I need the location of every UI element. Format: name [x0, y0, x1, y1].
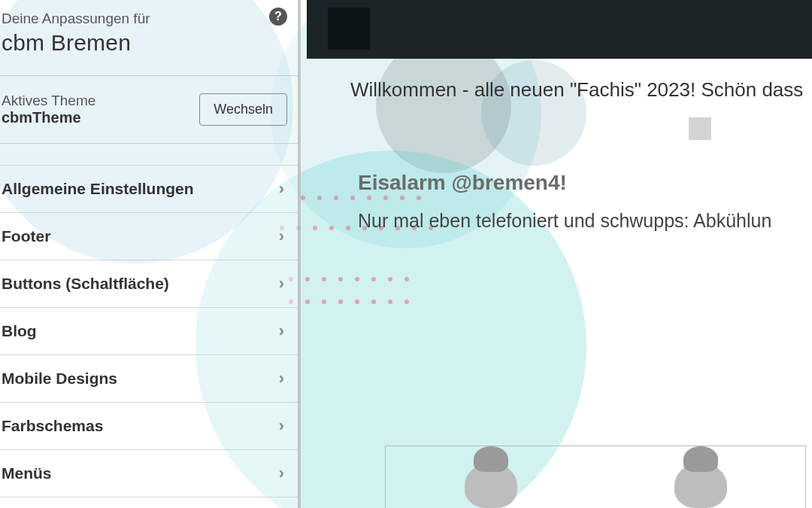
menu-item-label: Footer	[2, 227, 50, 245]
menu-item-buttons[interactable]: Buttons (Schaltfläche) ›	[0, 260, 298, 308]
menu-item-general[interactable]: Allgemeine Einstellungen ›	[0, 165, 298, 213]
menu-item-color-scheme[interactable]: Farbschemas ›	[0, 403, 298, 450]
active-theme-section: Aktives Theme cbmTheme Wechseln	[0, 75, 298, 144]
site-title: cbm Bremen	[2, 30, 287, 56]
menu-item-label: Blog	[2, 322, 37, 340]
menu-item-mobile-designs[interactable]: Mobile Designs ›	[0, 355, 298, 403]
sidebar-header: Deine Anpassungen für cbm Bremen ?	[0, 0, 298, 69]
menu-item-menus[interactable]: Menüs ›	[0, 450, 298, 497]
menu-item-label: Menüs	[2, 464, 52, 482]
post-body: Nur mal eben telefoniert und schwupps: A…	[358, 210, 812, 232]
chevron-right-icon: ›	[279, 179, 284, 199]
chevron-right-icon: ›	[279, 416, 284, 436]
active-theme-label: Aktives Theme	[2, 93, 95, 109]
chevron-right-icon: ›	[279, 227, 284, 246]
site-preview: Willkommen - alle neuen "Fachis" 2023! S…	[307, 0, 812, 508]
menu-item-footer[interactable]: Footer ›	[0, 213, 298, 260]
preview-logo-placeholder	[328, 8, 370, 50]
help-icon[interactable]: ?	[269, 8, 287, 26]
customizer-sidebar: Deine Anpassungen für cbm Bremen ? Aktiv…	[0, 0, 301, 508]
menu-item-label: Allgemeine Einstellungen	[2, 180, 194, 198]
customizer-menu: Allgemeine Einstellungen › Footer › Butt…	[0, 165, 298, 497]
menu-item-blog[interactable]: Blog ›	[0, 308, 298, 355]
chevron-right-icon: ›	[279, 369, 284, 388]
chevron-right-icon: ›	[279, 321, 284, 341]
preview-photo	[385, 446, 806, 508]
person-silhouette	[465, 463, 517, 508]
preview-image-placeholder	[689, 117, 711, 140]
menu-item-label: Farbschemas	[2, 417, 103, 435]
switch-theme-button[interactable]: Wechseln	[199, 93, 287, 126]
preview-header-bar	[307, 0, 812, 59]
menu-item-label: Buttons (Schaltfläche)	[2, 275, 169, 293]
welcome-text: Willkommen - alle neuen "Fachis" 2023! S…	[350, 78, 812, 102]
post-title: Eisalarm @bremen4!	[358, 171, 812, 195]
header-subtitle: Deine Anpassungen für	[2, 11, 287, 27]
person-silhouette	[674, 463, 727, 508]
chevron-right-icon: ›	[279, 274, 284, 294]
active-theme-name: cbmTheme	[2, 109, 95, 126]
menu-item-label: Mobile Designs	[2, 370, 117, 388]
chevron-right-icon: ›	[279, 464, 284, 483]
